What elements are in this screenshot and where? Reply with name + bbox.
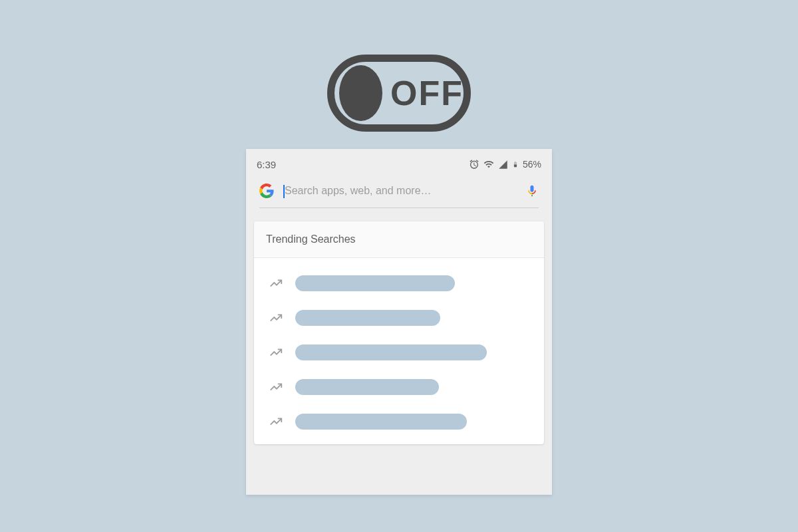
trending-searches-card: Trending Searches: [254, 221, 544, 444]
trending-item[interactable]: [254, 301, 544, 335]
phone-screenshot: 6:39 56% Search apps, web, and more…: [246, 149, 552, 495]
trending-up-icon: [269, 345, 283, 360]
status-bar: 6:39 56%: [246, 149, 552, 176]
trending-item[interactable]: [254, 404, 544, 439]
search-bar[interactable]: Search apps, web, and more…: [246, 176, 552, 207]
trending-placeholder: [295, 310, 440, 326]
search-placeholder: Search apps, web, and more…: [285, 185, 432, 196]
battery-icon: [512, 159, 519, 170]
text-cursor: [283, 185, 285, 198]
google-logo-icon: [259, 184, 274, 198]
trending-up-icon: [269, 414, 283, 429]
trending-placeholder: [295, 344, 487, 360]
alarm-icon: [469, 159, 479, 170]
status-time: 6:39: [257, 159, 276, 170]
wifi-icon: [483, 159, 494, 170]
microphone-icon[interactable]: [525, 184, 539, 198]
trending-placeholder: [295, 379, 439, 395]
trending-title: Trending Searches: [266, 233, 356, 245]
search-divider: [259, 207, 539, 208]
trending-list: [254, 258, 544, 444]
toggle-body: OFF: [327, 55, 471, 132]
trending-item[interactable]: [254, 335, 544, 370]
trending-up-icon: [269, 276, 283, 291]
signal-icon: [498, 160, 508, 170]
toggle-knob: [339, 65, 382, 121]
trending-header: Trending Searches: [254, 221, 544, 258]
status-icons: 56%: [469, 159, 541, 170]
battery-percentage: 56%: [523, 159, 541, 170]
trending-up-icon: [269, 311, 283, 325]
off-toggle: OFF: [327, 55, 471, 132]
trending-item[interactable]: [254, 370, 544, 404]
search-input[interactable]: Search apps, web, and more…: [285, 185, 515, 197]
toggle-label: OFF: [390, 73, 464, 113]
trending-up-icon: [269, 380, 283, 394]
trending-placeholder: [295, 414, 467, 430]
trending-placeholder: [295, 275, 455, 291]
trending-item[interactable]: [254, 266, 544, 301]
